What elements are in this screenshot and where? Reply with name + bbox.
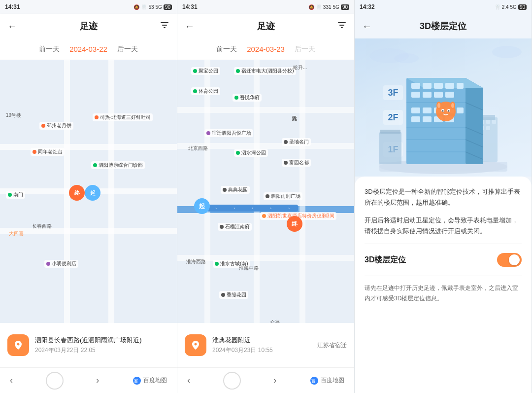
toggle-switch[interactable] — [497, 253, 522, 267]
next-day-2[interactable]: 后一天 — [295, 45, 315, 54]
poi-p2-9: 典典花园 — [221, 186, 250, 194]
poi-p2-5: 宿迁泗阳吾悦广场 — [204, 129, 253, 137]
back-button-2[interactable]: ← — [185, 21, 195, 32]
svg-point-57 — [442, 110, 443, 112]
route-line: › › › › › — [207, 205, 298, 212]
bottom-nav-1: ‹ › 百 百度地图 — [0, 367, 177, 393]
nav-bar-3: ← 3D楼层定位 — [355, 14, 532, 38]
svg-rect-37 — [434, 92, 443, 98]
poi-1: 邳州老月饼 — [39, 122, 73, 130]
filter-button-2[interactable] — [337, 20, 347, 33]
poi-p2-14: 香缇花园 — [219, 291, 248, 299]
filter-button-1[interactable] — [160, 20, 169, 33]
poi-6: 小明便利店 — [44, 260, 78, 268]
current-date-1: 2024-03-22 — [69, 45, 107, 53]
time-2: 14:31 — [182, 3, 198, 10]
info-section: 3D楼层定位是一种全新的智能定位技术，可推算出手表所在的楼层范围，越用越准确。 … — [355, 177, 532, 393]
road-label-p2-6: 众兴... — [270, 319, 284, 323]
svg-point-61 — [437, 103, 440, 108]
svg-text:2F: 2F — [388, 112, 398, 122]
svg-rect-1 — [162, 25, 167, 26]
map-label-1: 19号楼 — [6, 112, 21, 119]
poi-4: 泗阳博康综合门诊部 — [91, 161, 145, 169]
next-day-1[interactable]: 后一天 — [117, 45, 138, 54]
svg-text:百: 百 — [134, 379, 138, 384]
card-region-2: 江苏省宿迁 — [317, 341, 347, 350]
status-bar-2: 14:31 🔕 🦷 331 5G 90 — [177, 0, 354, 14]
baidu-logo-1: 百 百度地图 — [132, 376, 167, 386]
poi-p2-1: 聚宝公园 — [191, 67, 220, 75]
svg-rect-63 — [379, 132, 401, 164]
status-bar-1: 14:31 🔕 🦷 53 5G 90 — [0, 0, 177, 14]
toggle-row: 3D楼层定位 — [365, 251, 522, 269]
pin-end-2: 终 — [287, 216, 302, 232]
pin-end-1: 终 — [69, 185, 85, 201]
bottom-nav-2: ‹ › 百 百度地图 — [177, 367, 354, 393]
scroll-dot-1 — [46, 372, 64, 390]
status-icons-3: 🦷 2.4 5G 90 — [495, 4, 527, 10]
svg-text:百: 百 — [311, 379, 315, 384]
card-address-1: 泗阳县长春西路(近泗阳雨润广场附近) — [35, 336, 169, 345]
card-time-1: 2024年03月22日 22:05 — [35, 346, 169, 355]
svg-rect-40 — [423, 107, 432, 113]
baidu-logo-2: 百 百度地图 — [309, 376, 344, 386]
date-bar-2: 前一天 2024-03-23 后一天 — [177, 38, 354, 60]
panel-2: 14:31 🔕 🦷 331 5G 90 ← 足迹 前一天 2024-03-23 … — [177, 0, 355, 393]
building-illustration: 3F 2F 1F — [355, 38, 532, 177]
svg-text:3F: 3F — [388, 88, 398, 98]
poi-p2-11: 泗阳雨润广场 — [264, 192, 302, 200]
svg-rect-32 — [434, 83, 443, 89]
pin-start-2: 起 — [194, 198, 210, 214]
svg-rect-15 — [486, 120, 490, 124]
svg-rect-31 — [423, 83, 432, 89]
poi-p2-2: 宿迁市电大(泗阳县分校) — [234, 67, 296, 75]
card-info-1: 泗阳县长春西路(近泗阳雨润广场附近) 2024年03月22日 22:05 — [35, 336, 169, 355]
nav-title-2: 足迹 — [257, 20, 275, 32]
panel-3d: 14:32 🦷 2.4 5G 90 ← 3D楼层定位 — [355, 0, 532, 393]
poi-5: 南门 — [6, 191, 25, 199]
svg-point-62 — [451, 103, 454, 108]
card-address-2: 淮典花园附近 — [212, 336, 311, 345]
road-label-p2-1: 哈升... — [293, 64, 307, 71]
svg-rect-18 — [486, 126, 490, 130]
location-icon-1 — [7, 334, 29, 356]
divider-1 — [365, 244, 522, 244]
bottom-card-1: 泗阳县长春西路(近泗阳雨润广场附近) 2024年03月22日 22:05 — [0, 323, 177, 367]
poi-p2-6: 泗水河公园 — [234, 149, 268, 157]
svg-rect-45 — [423, 116, 432, 122]
svg-rect-7 — [341, 27, 343, 28]
prev-arrow-2[interactable]: ‹ — [187, 375, 190, 386]
date-bar-1: 前一天 2024-03-22 后一天 — [0, 38, 177, 60]
status-bar-3: 14:32 🦷 2.4 5G 90 — [355, 0, 532, 14]
scroll-dot-2 — [223, 372, 241, 390]
poi-3: 司热·北海道三好鲜吐司 — [93, 113, 153, 121]
current-date-2: 2024-03-23 — [247, 45, 285, 53]
bottom-card-2: 淮典花园附近 2024年03月23日 10:55 江苏省宿迁 — [177, 323, 354, 367]
next-arrow-1[interactable]: › — [96, 375, 99, 386]
nav-title-3: 3D楼层定位 — [420, 20, 466, 32]
building-svg: 3F 2F 1F — [369, 58, 517, 177]
info-text-1: 3D楼层定位是一种全新的智能定位技术，可推算出手表所在的楼层范围，越用越准确。 — [365, 186, 522, 208]
svg-rect-43 — [457, 107, 464, 113]
poi-2: 同年老灶台 — [31, 148, 65, 156]
pin-start-1: 起 — [85, 185, 100, 201]
toggle-label: 3D楼层定位 — [365, 255, 406, 265]
info-text-2: 开启后将适时启动卫星定位，会导致手表耗电量增加，请根据自身实际使用情况进行开启或… — [365, 215, 522, 237]
map-2: 聚宝公园 宿迁市电大(泗阳县分校) 体育公园 吾悦华府 宿迁泗阳吾悦广场 泗水河… — [177, 60, 354, 323]
card-time-2: 2024年03月23日 10:55 — [212, 346, 311, 355]
road-label-p2-4: 淮海西路 — [186, 258, 206, 265]
prev-day-1[interactable]: 前一天 — [39, 45, 60, 54]
svg-rect-2 — [164, 27, 166, 28]
divider-2 — [365, 276, 522, 276]
svg-rect-39 — [411, 107, 420, 113]
poi-p2-10: 石榴江南府 — [218, 223, 252, 231]
prev-day-2[interactable]: 前一天 — [216, 45, 237, 54]
next-arrow-2[interactable]: › — [273, 375, 276, 386]
prev-arrow-1[interactable]: ‹ — [10, 375, 13, 386]
map-1: 邳州老月饼 同年老灶台 司热·北海道三好鲜吐司 泗阳博康综合门诊部 19号楼 南… — [0, 60, 177, 323]
poi-p2-8: 富园名都 — [282, 159, 311, 167]
panel-1: 14:31 🔕 🦷 53 5G 90 ← 足迹 前一天 2024-03-22 后… — [0, 0, 177, 393]
svg-rect-0 — [161, 22, 168, 23]
back-button-3[interactable]: ← — [362, 21, 372, 32]
back-button-1[interactable]: ← — [7, 21, 17, 32]
